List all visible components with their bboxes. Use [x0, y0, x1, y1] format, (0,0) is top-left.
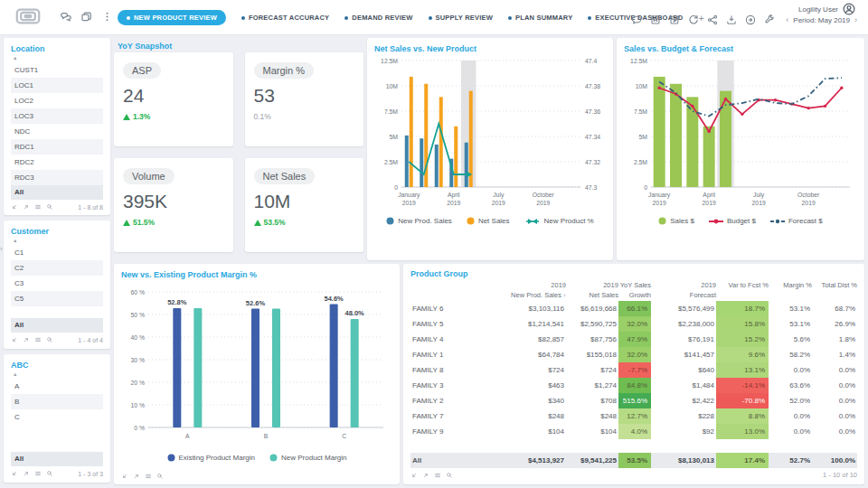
col-header-sorted[interactable]: New Prod. Sales ↑	[494, 290, 566, 301]
expand-icon[interactable]	[422, 472, 429, 479]
legend-item-new-product[interactable]: New Product %	[524, 217, 594, 225]
filter-item-rdc2[interactable]: RDC2	[11, 155, 103, 170]
expand-icon[interactable]	[23, 470, 30, 477]
table-row-family-1[interactable]: FAMILY 1 $64,784 $155,018 32.0% $141,457…	[410, 347, 857, 362]
cell-growth: 4.0%	[618, 424, 651, 439]
pane-collapse-handle[interactable]: ›	[0, 245, 3, 253]
sales-vs-budget-forecast-chart[interactable]: 02.5M5M7.5M10M12.5MJanuary2019April2019J…	[624, 53, 857, 216]
table-row-family-4[interactable]: FAMILY 4 $82,857 $87,756 47.9% $76,191 1…	[410, 332, 857, 347]
filter-item-c2[interactable]: C2	[11, 260, 103, 276]
menu-icon[interactable]	[34, 203, 42, 211]
filter-all[interactable]: All	[11, 318, 103, 333]
filter-item-ndc[interactable]: NDC	[11, 124, 103, 139]
filter-title: Customer	[11, 227, 103, 236]
filter-item-cust1[interactable]: CUST1	[11, 62, 103, 78]
sort-asc-icon[interactable]: ▲	[13, 238, 103, 243]
tab-demand-review[interactable]: DEMAND REVIEW	[344, 14, 412, 22]
table-row-family-2[interactable]: FAMILY 2 $340 $708 515.6% $2,422 -70.8% …	[410, 393, 857, 408]
table-row-family-7[interactable]: FAMILY 7 $248 $248 12.7% $228 8.8% 0.0% …	[410, 408, 857, 424]
kpi-delta: 1.3%	[123, 112, 224, 121]
period-selector: ‹ Period: May 2019 ›	[786, 15, 857, 24]
sort-asc-icon[interactable]: ▲	[13, 371, 103, 377]
comment-icon[interactable]	[631, 14, 642, 25]
menu-icon[interactable]	[145, 473, 152, 480]
filter-item-c1[interactable]: C1	[11, 245, 103, 260]
col-header[interactable]: Total Dist %	[812, 280, 857, 290]
filter-item-c3[interactable]: C3	[11, 276, 103, 291]
zoom-icon[interactable]	[46, 203, 53, 211]
col-header[interactable]: Growth	[618, 290, 651, 301]
filter-item-rdc3[interactable]: RDC3	[11, 170, 103, 185]
share-icon[interactable]	[707, 14, 718, 25]
download-icon[interactable]	[726, 14, 737, 25]
filter-item-c[interactable]: C	[11, 409, 103, 425]
col-header[interactable]: Forecast	[651, 290, 716, 301]
save-icon[interactable]	[650, 14, 661, 25]
legend-item-existing-product-margin[interactable]: Existing Product Margin	[167, 454, 255, 462]
filter-item-c5[interactable]: C5	[11, 291, 103, 306]
menu-icon[interactable]	[34, 470, 42, 477]
legend-item-forecast[interactable]: Forecast $	[770, 217, 823, 225]
table-row-family-9[interactable]: FAMILY 9 $104 $104 4.0% $92 13.0% 0.0% 0…	[410, 424, 857, 439]
collapse-icon[interactable]	[410, 472, 418, 479]
sort-asc-icon[interactable]: ▲	[13, 55, 103, 61]
expand-icon[interactable]	[23, 336, 30, 343]
zoom-icon[interactable]	[46, 470, 53, 477]
legend-item-budget[interactable]: Budget $	[709, 217, 756, 225]
legend-item-net-sales[interactable]: Net Sales	[467, 217, 510, 225]
tab-supply-review[interactable]: SUPPLY REVIEW	[429, 14, 493, 22]
filter-all[interactable]: All	[11, 185, 103, 200]
cell-margin: 0.0%	[769, 408, 812, 424]
tab-plan-summary[interactable]: PLAN SUMMARY	[508, 14, 572, 22]
edit-icon[interactable]	[669, 14, 680, 25]
zoom-icon[interactable]	[46, 336, 53, 343]
filter-all[interactable]: All	[11, 452, 103, 466]
table-row-family-8[interactable]: FAMILY 8 $724 $724 -7.7% $640 13.1% 0.0%…	[410, 362, 857, 378]
collapse-icon[interactable]	[11, 203, 18, 211]
legend-item-sales[interactable]: Sales $	[658, 217, 694, 225]
cell-var-to-fcst: 17.4%	[716, 453, 769, 468]
workbooks-icon[interactable]	[80, 11, 92, 23]
tools-icon[interactable]	[764, 14, 775, 25]
filter-item-rdc1[interactable]: RDC1	[11, 139, 103, 155]
filter-item-a[interactable]: A	[11, 379, 103, 394]
filter-item-b[interactable]: B	[11, 394, 103, 409]
conversations-icon[interactable]	[60, 11, 71, 23]
zoom-icon[interactable]	[446, 472, 453, 479]
cell-new-prod-sales: $724	[494, 362, 566, 378]
col-header[interactable]: Margin %	[769, 280, 812, 290]
cell-product-group: FAMILY 2	[410, 393, 494, 408]
table-row-family-6[interactable]: FAMILY 6 $3,103,116 $6,619,668 66.1% $5,…	[410, 301, 857, 316]
cell-new-prod-sales: $3,103,116	[494, 301, 566, 316]
tab-new-product-review[interactable]: NEW PRODUCT REVIEW	[118, 10, 226, 25]
period-next-button[interactable]: ›	[854, 15, 857, 24]
table-row-all[interactable]: All $4,513,927 $9,541,225 53.5% $8,130,0…	[410, 453, 857, 468]
legend-item-new-product-margin[interactable]: New Product Margin	[269, 454, 346, 462]
menu-icon[interactable]	[34, 336, 42, 343]
tab-label: PLAN SUMMARY	[515, 14, 572, 22]
collapse-icon[interactable]	[11, 470, 18, 477]
filter-item-loc2[interactable]: LOC2	[11, 93, 103, 108]
table-row-family-3[interactable]: FAMILY 3 $463 $1,274 84.8% $1,484 -14.1%…	[410, 378, 857, 393]
col-header[interactable]: Var to Fcst %	[716, 280, 769, 290]
user-menu[interactable]: Logility User	[798, 3, 855, 15]
svg-text:47.3: 47.3	[585, 184, 597, 191]
filter-item-loc3[interactable]: LOC3	[11, 108, 103, 124]
net-sales-vs-new-product-chart[interactable]: 02.5M5M7.5M10M12.5M47.347.3247.3447.3647…	[374, 53, 606, 216]
tab-forecast-accuracy[interactable]: FORECAST ACCURACY	[241, 14, 329, 22]
margin-compare-chart[interactable]: 0 %10 %20 %30 %40 %50 %60 %A52.8%B52.6%C…	[121, 279, 392, 453]
period-prev-button[interactable]: ‹	[786, 15, 788, 24]
expand-icon[interactable]	[133, 473, 140, 480]
more-options-icon[interactable]	[101, 11, 113, 23]
collapse-icon[interactable]	[11, 336, 18, 343]
legend-item-new-prod-sales[interactable]: New Prod. Sales	[386, 217, 452, 225]
menu-icon[interactable]	[434, 472, 441, 479]
zoom-icon[interactable]	[156, 473, 164, 480]
expand-icon[interactable]	[23, 203, 30, 211]
filter-item-loc1[interactable]: LOC1	[11, 78, 103, 93]
col-header[interactable]: Net Sales	[566, 290, 618, 301]
export-icon[interactable]	[745, 14, 756, 25]
refresh-icon[interactable]	[688, 14, 699, 25]
table-row-family-5[interactable]: FAMILY 5 $1,214,541 $2,590,725 32.0% $2,…	[410, 316, 857, 332]
collapse-icon[interactable]	[121, 473, 128, 480]
